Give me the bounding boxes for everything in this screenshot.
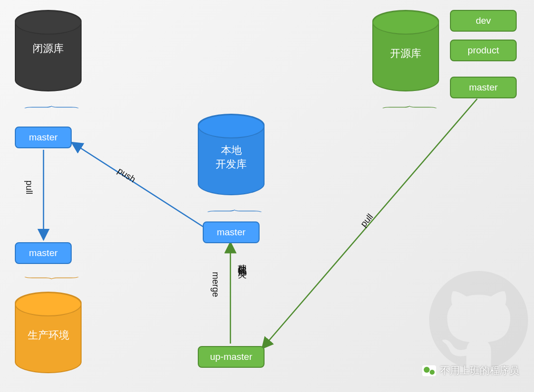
edge-label-merge: merge bbox=[210, 272, 221, 297]
wechat-icon bbox=[422, 365, 436, 376]
brace-closed: ︷ bbox=[23, 98, 65, 113]
brace-prod: ︷ bbox=[23, 272, 65, 287]
local-dev-repo-label: 本地 开发库 bbox=[199, 143, 264, 172]
prod-master-branch: master bbox=[15, 242, 72, 264]
local-dev-repo-cylinder: 本地 开发库 bbox=[198, 114, 265, 195]
production-env-cylinder: 生产环境 bbox=[15, 292, 82, 373]
closed-source-repo-label: 闭源库 bbox=[16, 42, 81, 55]
local-master-branch: master bbox=[203, 221, 260, 243]
caption: 不用上班的程序员 bbox=[422, 364, 519, 377]
edge-label-pull-closed-prod: pull bbox=[24, 180, 34, 194]
brace-open: ︷ bbox=[381, 98, 423, 113]
production-env-label: 生产环境 bbox=[16, 328, 81, 342]
up-master-branch: up-master bbox=[198, 346, 265, 368]
closed-master-branch: master bbox=[15, 127, 72, 148]
closed-source-repo-cylinder: 闭源库 bbox=[15, 10, 82, 91]
open-product-branch: product bbox=[450, 40, 517, 61]
edge-label-merge-note: 处理代码冲突 bbox=[236, 257, 248, 263]
github-watermark-icon bbox=[429, 271, 528, 370]
open-dev-branch: dev bbox=[450, 10, 517, 32]
caption-text: 不用上班的程序员 bbox=[440, 364, 519, 377]
open-source-repo-cylinder: 开源库 bbox=[372, 10, 439, 91]
svg-line-1 bbox=[72, 142, 204, 227]
open-source-repo-label: 开源库 bbox=[373, 46, 438, 60]
brace-local: ︷ bbox=[206, 202, 248, 217]
open-master-branch: master bbox=[450, 77, 517, 98]
